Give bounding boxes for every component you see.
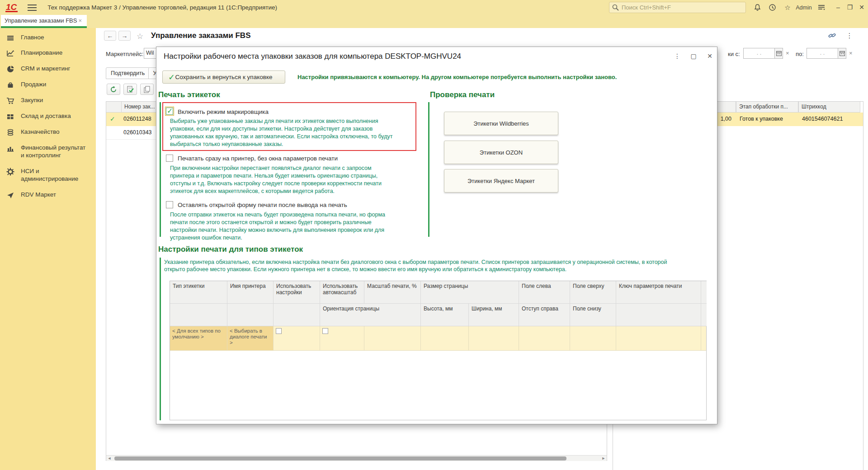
sections-sidebar: Главное Планирование CRM и маркетинг Про… [0, 28, 96, 470]
stage-column-header[interactable]: Этап обработки п... [736, 102, 798, 113]
back-arrow-button[interactable]: ← [104, 31, 116, 41]
date-from-input[interactable]: . . [743, 48, 775, 59]
sidebar-item-purchases[interactable]: Закупки [0, 96, 96, 105]
row-type-cell[interactable]: < Для всех типов по умолчанию > [170, 326, 227, 351]
keep-print-form-checkbox[interactable] [166, 201, 173, 208]
row-empty-cell[interactable] [616, 326, 701, 351]
coins-icon [6, 128, 14, 136]
row-use-settings-cell[interactable] [274, 326, 320, 351]
sidebar-item-planning[interactable]: Планирование [0, 49, 96, 57]
date-from-clear-icon[interactable]: × [786, 50, 789, 56]
print-directly-checkbox[interactable] [166, 155, 173, 162]
page-title: Управление заказами FBS [151, 31, 250, 40]
copy-icon [143, 86, 151, 93]
more-actions-icon[interactable]: ⋮ [844, 31, 854, 41]
restore-button[interactable]: ❐ [845, 3, 855, 12]
save-and-return-button[interactable]: ✓ Сохранить и вернуться к упаковке [162, 70, 285, 84]
history-icon[interactable] [767, 3, 777, 13]
sidebar-item-treasury[interactable]: Казначейство [0, 128, 96, 136]
service-menu-icon[interactable] [816, 3, 826, 13]
main-menu-icon[interactable] [28, 5, 37, 11]
minimize-button[interactable]: – [833, 3, 843, 12]
row-empty-cell[interactable] [519, 326, 570, 351]
sidebar-item-sales[interactable]: Продажи [0, 80, 96, 89]
row-empty-cell[interactable] [570, 326, 616, 351]
header-empty [170, 304, 227, 326]
date-to-label: по: [796, 51, 804, 57]
col-header-top-margin[interactable]: Поле сверху [570, 281, 616, 304]
copy-button[interactable] [140, 84, 154, 95]
pie-chart-icon [6, 65, 14, 73]
sidebar-item-crm[interactable]: CRM и маркетинг [0, 65, 96, 73]
horizontal-scrollbar[interactable]: ◄ ► [106, 455, 607, 461]
autoscale-checkbox[interactable] [322, 328, 328, 334]
col-header-width[interactable]: Ширина, мм [469, 304, 519, 326]
confirmed-check-icon: ✓ [110, 115, 115, 122]
sidebar-item-warehouse[interactable]: Склад и доставка [0, 112, 96, 121]
date-to-input[interactable]: . . [807, 48, 838, 59]
col-header-height[interactable]: Высота, мм [421, 304, 469, 326]
menu-icon [6, 34, 14, 42]
col-header-left-margin[interactable]: Поле слева [519, 281, 570, 304]
col-header-pagesize[interactable]: Размер страницы [421, 281, 519, 304]
sidebar-item-label: Казначейство [21, 128, 60, 136]
sidebar-item-rdv-market[interactable]: RDV Маркет [0, 191, 96, 199]
search-icon [612, 4, 619, 11]
row-filler-cell [701, 326, 706, 351]
scrollbar-thumb[interactable] [114, 456, 566, 461]
user-menu[interactable]: Admin [793, 3, 814, 13]
col-header-printer[interactable]: Имя принтера [227, 281, 274, 304]
yandex-labels-button[interactable]: Этикетки Яндекс Маркет [444, 169, 558, 193]
col-header-bottom-margin[interactable]: Поле снизу [570, 304, 616, 326]
ozon-labels-button[interactable]: Этикетки OZON [444, 141, 558, 164]
row-empty-cell[interactable] [421, 326, 469, 351]
barcode-column-header[interactable]: Штрихкод [798, 102, 860, 113]
col-header-orientation[interactable]: Ориентация страницы [320, 304, 421, 326]
grid-blocks-icon [6, 113, 14, 121]
refresh-button[interactable] [107, 84, 120, 95]
col-header-scale[interactable]: Масштаб печати, % [364, 281, 421, 304]
marker-mode-checkbox[interactable] [166, 108, 173, 115]
sidebar-item-main[interactable]: Главное [0, 33, 96, 42]
forward-arrow-button[interactable]: → [118, 31, 131, 41]
dialog-title: Настройки рабочего места упаковки заказо… [164, 52, 461, 61]
confirm-selected-button[interactable] [123, 84, 137, 95]
marker-mode-label: Включить режим маркировщика [178, 108, 269, 115]
scroll-right-arrow[interactable]: ► [600, 456, 607, 461]
sidebar-item-nsi-admin[interactable]: НСИ и администрирование [0, 167, 96, 183]
status-column-header[interactable] [106, 102, 122, 113]
sidebar-item-label: НСИ и администрирование [21, 167, 89, 183]
col-header-right-offset[interactable]: Отступ справа [519, 304, 570, 326]
open-forms-tabbar: Управление заказами FBS × [0, 15, 868, 28]
marker-mode-description: Выбирать уже упакованные заказы для печа… [170, 118, 403, 148]
wildberries-labels-button[interactable]: Этикетки Wildberries [444, 112, 558, 135]
col-header-use-settings[interactable]: Использовать настройки [274, 281, 320, 304]
date-to-clear-icon[interactable]: × [849, 50, 853, 56]
dialog-more-icon[interactable]: ⋮ [672, 51, 683, 61]
col-header-params-key[interactable]: Ключ параметров печати [616, 281, 701, 304]
check-section-title: Проверка печати [430, 90, 495, 99]
favorite-star-icon[interactable]: ☆ [137, 32, 143, 41]
tab-fbs-orders[interactable]: Управление заказами FBS × [1, 15, 87, 28]
tab-close-icon[interactable]: × [77, 17, 83, 24]
row-autoscale-cell[interactable] [320, 326, 364, 351]
sidebar-item-finance[interactable]: Финансовый результат и контроллинг [0, 144, 96, 159]
row-empty-cell[interactable] [364, 326, 421, 351]
link-icon[interactable] [828, 32, 838, 42]
search-input[interactable]: Поиск Ctrl+Shift+F [609, 2, 746, 13]
scroll-left-arrow[interactable]: ◄ [106, 456, 113, 461]
notifications-bell-icon[interactable] [752, 3, 762, 13]
dialog-maximize-icon[interactable]: ▢ [688, 51, 699, 61]
close-window-button[interactable]: ✕ [857, 3, 867, 12]
col-header-autoscale[interactable]: Использовать автомасштаб [320, 281, 364, 304]
row-empty-cell[interactable] [469, 326, 519, 351]
favorites-star-icon[interactable]: ☆ [783, 3, 793, 13]
dialog-close-icon[interactable]: ✕ [704, 51, 715, 61]
tab-confirm[interactable]: Подтвердить [106, 67, 150, 79]
col-header-type[interactable]: Тип этикетки [170, 281, 227, 304]
use-settings-checkbox[interactable] [276, 328, 282, 334]
header-filler [701, 281, 707, 304]
date-from-calendar-icon[interactable] [775, 48, 783, 59]
row-printer-cell[interactable]: < Выбирать в диалоге печати > [227, 326, 274, 351]
date-to-calendar-icon[interactable] [838, 48, 846, 59]
